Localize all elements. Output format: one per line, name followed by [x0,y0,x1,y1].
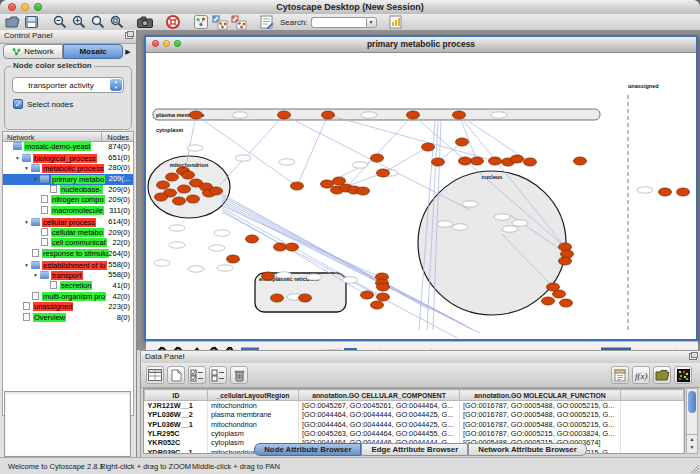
network-node[interactable] [299,294,312,302]
network-node-label[interactable] [279,159,295,165]
tree-item-nitrogen-compo[interactable]: nitrogen compo209(0) [3,195,133,206]
network-node[interactable] [677,188,690,196]
table-row[interactable]: YPL036W__2plasma membrane[GO:0044464, GO… [145,410,684,419]
matrix-view-button[interactable] [674,366,692,384]
network-node[interactable] [471,157,484,165]
network-node-label[interactable] [217,265,233,271]
network-node-label[interactable] [352,162,368,168]
scrollbar-thumb[interactable] [688,391,696,413]
delete-attribute-button[interactable] [230,366,248,384]
expand-triangle-icon[interactable]: ▼ [24,217,31,228]
expand-triangle-icon[interactable]: ▼ [33,174,40,185]
network-node[interactable] [333,177,346,185]
search-config-button[interactable] [387,15,404,30]
function-builder-button[interactable]: f(x) [632,366,650,384]
tree-item-transport[interactable]: ▼transport558(0) [3,270,133,281]
network-node[interactable] [278,111,291,119]
tree-item-response-to-stimulu[interactable]: response to stimulu264(0) [3,249,133,260]
network-node-label[interactable] [169,225,185,231]
network-node[interactable] [187,195,200,203]
expand-triangle-icon[interactable]: ▼ [24,260,31,271]
tree-item-cell-communicat[interactable]: cell communicat22(0) [3,238,133,249]
network-node[interactable] [377,283,390,291]
column-header[interactable]: annotation.GO MOLECULAR_FUNCTION [460,390,621,401]
annotation-button[interactable] [258,15,275,30]
vizmapper-button[interactable] [192,15,209,30]
network-node-label[interactable] [209,245,225,251]
network-node[interactable] [157,181,170,189]
network-node-label[interactable] [437,221,453,227]
network-node[interactable] [553,290,566,298]
help-button[interactable] [164,15,181,30]
network-window-titlebar[interactable]: primary metabolic process [146,37,696,53]
table-row[interactable]: YJR121W__1mitochondrion[GO:0045267, GO:0… [145,401,684,411]
network-node[interactable] [489,157,502,165]
create-attribute-button[interactable] [167,366,185,384]
import-attributes-button[interactable] [653,366,671,384]
tree-item-nucleobase-[interactable]: nucleobase-209(0) [3,185,133,196]
network-node[interactable] [321,180,334,188]
network-node-label[interactable] [512,220,528,226]
zoom-selected-button[interactable] [89,15,106,30]
resize-grip[interactable] [689,463,699,473]
tree-item-cellular-process[interactable]: ▼cellular process614(0) [3,217,133,228]
tab-network[interactable]: Network [3,44,63,59]
network-node[interactable] [227,255,240,263]
float-panel-icon[interactable] [125,32,133,39]
network-node[interactable] [182,171,195,179]
network-node-label[interactable] [462,201,478,207]
tree-item-multi-organism-pro[interactable]: multi-organism pro42(0) [3,292,133,303]
network-node-label[interactable] [452,224,468,230]
tree-item-macromolecule[interactable]: macromolecule311(0) [3,206,133,217]
network-node[interactable] [361,291,374,299]
network-node[interactable] [357,187,370,195]
column-header[interactable]: annotation.GO CELLULAR_COMPONENT [299,390,460,401]
tab-scroll-right-button[interactable]: ▶ [123,44,133,59]
network-node[interactable] [155,193,168,201]
network-node-label[interactable] [494,214,510,220]
zoom-in-button[interactable] [70,15,87,30]
network-node-label[interactable] [214,230,230,236]
network-node[interactable] [407,111,420,119]
network-node-label[interactable] [232,112,248,118]
network-node-label[interactable] [169,242,185,248]
network-node[interactable] [322,111,335,119]
network-node-label[interactable] [342,277,358,283]
network-node-label[interactable] [361,112,377,118]
tab-mosaic[interactable]: Mosaic [63,44,123,59]
network-node[interactable] [542,297,555,305]
search-input[interactable] [311,17,366,28]
tab-network-attribute-browser[interactable]: Network Attribute Browser [468,443,587,456]
network-node[interactable] [574,157,587,165]
select-nodes-checkbox[interactable]: ✓ [13,99,23,109]
network-node[interactable] [560,299,573,307]
network-node[interactable] [271,294,284,302]
column-header[interactable] [621,390,684,401]
network-node[interactable] [453,111,466,119]
column-header[interactable]: ID [145,390,208,401]
network-node[interactable] [262,272,275,280]
merge-networks-button[interactable] [211,15,228,30]
network-node[interactable] [371,301,384,309]
network-node-label[interactable] [502,226,518,232]
tree-item-metabolic-process[interactable]: ▼metabolic process280(0) [3,163,133,174]
birds-eye-view[interactable] [4,391,131,457]
expand-triangle-icon[interactable]: ▼ [15,153,22,164]
network-node[interactable] [210,187,223,195]
network-node-label[interactable] [276,272,292,278]
network-node[interactable] [377,293,390,301]
network-node-label[interactable] [491,112,507,118]
network-node[interactable] [173,197,186,205]
network-node[interactable] [559,257,572,265]
table-row[interactable]: YPL036W__1mitochondrion[GO:0044464, GO:0… [145,420,684,429]
network-node[interactable] [291,182,304,190]
attribute-editor-button[interactable] [611,366,629,384]
network-node-label[interactable] [235,155,251,161]
network-node[interactable] [286,243,299,251]
tree-item-biological-process[interactable]: ▼biological_process651(0) [3,153,133,164]
expand-triangle-icon[interactable]: ▼ [33,270,40,281]
tree-item-cellular-metabo[interactable]: cellular metabo209(0) [3,228,133,239]
network-node-label[interactable] [637,187,653,193]
network-node-label[interactable] [188,266,204,272]
filter-networks-button[interactable] [230,15,247,30]
